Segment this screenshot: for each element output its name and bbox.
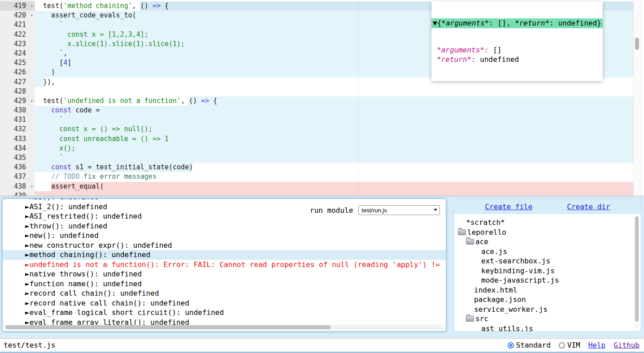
- test-result-row[interactable]: ►throw(): undefined: [3, 221, 446, 231]
- files-scrollbar-thumb[interactable]: [635, 216, 639, 322]
- code-token: [35, 135, 59, 143]
- file-tree-folder[interactable]: src: [454, 314, 641, 324]
- expand-arrow-icon[interactable]: ►: [25, 308, 30, 317]
- file-name: ace.js: [481, 247, 507, 257]
- code-line-430[interactable]: const code =: [35, 106, 634, 115]
- keybinding-standard-option[interactable]: Standard: [508, 341, 551, 349]
- code-line-437[interactable]: // TODO fix error messages: [35, 172, 634, 181]
- code-token: [35, 172, 51, 181]
- gutter-line-435: 435: [0, 153, 35, 163]
- code-token: ,: [63, 49, 67, 57]
- create-dir-button[interactable]: Create dir: [567, 202, 610, 211]
- test-result-row[interactable]: ►new constructor expr(): undefined: [3, 241, 446, 250]
- code-line-433[interactable]: const unreachable = () => 1: [35, 134, 634, 144]
- code-line-439[interactable]: [35, 191, 634, 196]
- create-file-button[interactable]: Create file: [485, 202, 532, 211]
- expand-arrow-icon[interactable]: ►: [25, 289, 30, 297]
- code-token: `: [35, 154, 63, 162]
- inspector-header-segment: : undefined}: [549, 19, 601, 27]
- test-result-row[interactable]: ►new(): undefined: [3, 231, 446, 241]
- code-line-438[interactable]: assert_equal(: [35, 182, 634, 191]
- test-result-row[interactable]: ►method chaining(): undefined: [3, 250, 446, 260]
- expand-arrow-icon[interactable]: ►: [25, 280, 30, 288]
- code-line-434[interactable]: x();: [35, 144, 634, 153]
- file-tree-item[interactable]: ast_utils.js: [454, 324, 641, 332]
- file-tree-item[interactable]: mode-javascript.js: [454, 276, 641, 285]
- code-line-431[interactable]: `: [35, 115, 634, 125]
- code-token: const: [51, 106, 71, 114]
- fold-arrow-icon[interactable]: ▾: [30, 96, 33, 106]
- test-result-row[interactable]: ►eval_frame logical short circuit(): und…: [3, 308, 446, 318]
- test-results-panel[interactable]: ►ASI(): undefined►ASI_2(): undefined►ASI…: [2, 198, 446, 331]
- radio-unselected-icon[interactable]: [559, 342, 565, 349]
- code-line-436[interactable]: const s1 = test_initial_state(code): [35, 163, 634, 172]
- file-tree-item[interactable]: ext-searchbox.js: [454, 256, 641, 266]
- expand-arrow-icon[interactable]: ►: [25, 260, 30, 269]
- code-token: [35, 30, 67, 39]
- file-tree-folder[interactable]: ace: [454, 237, 641, 247]
- test-result-row[interactable]: ►record call chain(): undefined: [3, 288, 446, 298]
- editor-vertical-scrollbar[interactable]: [633, 0, 641, 196]
- run-module-select[interactable]: test/run.js: [358, 205, 440, 215]
- help-link[interactable]: Help: [588, 341, 606, 349]
- inspector-header-segment: *arguments*: [441, 19, 489, 27]
- gutter-line-430: 430: [0, 106, 35, 115]
- expand-arrow-icon[interactable]: ►: [25, 250, 30, 259]
- files-vertical-scrollbar[interactable]: [634, 216, 640, 329]
- test-result-row[interactable]: ►undefined is not a function(): Error: F…: [3, 260, 446, 270]
- test-result-label: method chaining(): undefined: [30, 250, 151, 259]
- test-result-row[interactable]: ►function name(): undefined: [3, 279, 446, 289]
- expand-arrow-icon[interactable]: ►: [25, 222, 30, 230]
- code-line-432[interactable]: const x = () => null();: [35, 125, 634, 134]
- line-number: 420: [14, 11, 26, 19]
- gutter-line-424: 424: [0, 49, 35, 58]
- expand-arrow-icon[interactable]: ►: [25, 270, 30, 278]
- fold-arrow-icon[interactable]: ▾: [30, 11, 33, 20]
- expand-arrow-icon[interactable]: ►: [25, 202, 30, 211]
- file-tree-item[interactable]: ace.js: [454, 247, 641, 257]
- inspector-key: *return*:: [437, 55, 476, 64]
- expand-arrow-icon[interactable]: ►: [25, 212, 30, 220]
- test-result-row[interactable]: ►record native call chain(): undefined: [3, 298, 446, 308]
- test-result-row[interactable]: ►native throws(): undefined: [3, 269, 446, 279]
- file-name: *scratch*: [466, 218, 505, 228]
- expand-arrow-icon[interactable]: ►: [25, 198, 30, 201]
- expand-arrow-icon[interactable]: ►: [25, 241, 30, 250]
- file-tree-item[interactable]: *scratch*: [454, 218, 641, 228]
- file-tree-folder[interactable]: leporello: [454, 228, 641, 237]
- code-token: assert_code_evals_to(: [35, 11, 136, 19]
- collapse-triangle-icon[interactable]: ▼: [433, 19, 437, 27]
- expand-arrow-icon[interactable]: ►: [25, 231, 30, 240]
- results-horizontal-scrollbar[interactable]: [4, 325, 444, 330]
- file-tree-item[interactable]: keybinding-vim.js: [454, 266, 641, 276]
- test-result-label: ASI_restrited(): undefined: [30, 212, 142, 220]
- editor-gutter: 419▾420▾421422423424425426427428429▾4304…: [0, 0, 35, 196]
- inspector-header-segment: {: [437, 19, 442, 27]
- expand-arrow-icon[interactable]: ►: [25, 299, 30, 307]
- line-number: 433: [14, 135, 26, 143]
- file-tree-item[interactable]: service_worker.js: [454, 305, 641, 314]
- line-number: 430: [14, 106, 26, 114]
- github-link[interactable]: Github: [614, 341, 640, 349]
- inspector-row[interactable]: *return*: undefined: [431, 55, 603, 64]
- test-result-label: ASI(): undefined: [30, 198, 99, 201]
- fold-arrow-icon[interactable]: ▾: [30, 1, 33, 11]
- keybinding-vim-option[interactable]: VIM: [559, 341, 580, 349]
- test-result-row[interactable]: ►ASI(): undefined: [3, 198, 446, 202]
- fold-arrow-icon[interactable]: ▾: [30, 182, 33, 191]
- results-scrollbar-thumb[interactable]: [5, 325, 331, 329]
- code-line-428[interactable]: [35, 87, 634, 96]
- inspector-row[interactable]: *arguments*: []: [431, 45, 603, 55]
- file-tree-item[interactable]: package.json: [454, 295, 641, 305]
- line-number: 423: [14, 40, 26, 48]
- gutter-line-420: 420▾: [0, 11, 35, 20]
- radio-selected-icon[interactable]: [508, 342, 514, 349]
- inspector-header[interactable]: ▼{*arguments*: [], *return*: undefined}: [431, 18, 603, 28]
- code-line-429[interactable]: test('undefined is not a function', () =…: [35, 96, 634, 106]
- editor-scrollbar-thumb[interactable]: [635, 38, 639, 50]
- code-token: const x = [1,2,3,4];: [67, 30, 148, 39]
- code-line-435[interactable]: `: [35, 153, 634, 163]
- code-token: [: [35, 59, 63, 67]
- code-editor[interactable]: 419▾420▾421422423424425426427428429▾4304…: [0, 0, 644, 196]
- file-tree-item[interactable]: index.html: [454, 285, 641, 295]
